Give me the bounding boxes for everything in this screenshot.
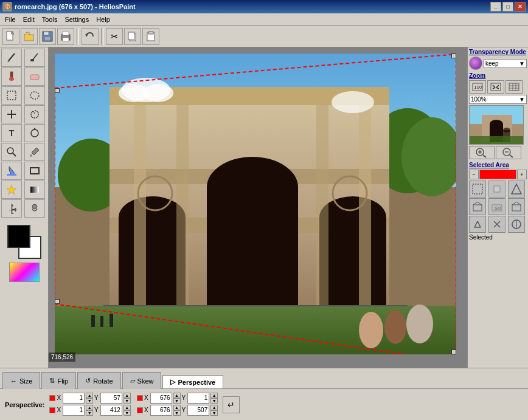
sa-minus-button[interactable]: − — [469, 170, 479, 179]
svg-line-30 — [13, 153, 16, 156]
cut-button[interactable]: ✂ — [106, 28, 123, 45]
y1-spin-down[interactable]: ▼ — [123, 398, 131, 404]
tool-ellipse-select[interactable] — [24, 86, 45, 105]
sa-tool-8[interactable] — [488, 216, 505, 233]
svg-point-85 — [490, 120, 503, 128]
sa-tool-4[interactable] — [469, 198, 486, 215]
x4-spin-down[interactable]: ▼ — [173, 410, 181, 416]
tool-move[interactable]: ↔ — [1, 199, 22, 218]
svg-text:100: 100 — [474, 84, 482, 90]
tab-size[interactable]: ↔ Size — [2, 372, 40, 389]
paste-button[interactable] — [142, 28, 159, 45]
y4-spin-down[interactable]: ▼ — [210, 410, 218, 416]
menu-tools[interactable]: Tools — [38, 15, 61, 24]
x2-input[interactable] — [150, 393, 172, 404]
y3-spin-down[interactable]: ▼ — [123, 410, 131, 416]
zoom-level-dropdown[interactable]: 100% ▼ — [469, 95, 527, 104]
save-button[interactable] — [39, 28, 56, 45]
tool-dropper[interactable] — [24, 143, 45, 161]
maximize-button[interactable]: □ — [502, 2, 513, 12]
y1-spin-up[interactable]: ▲ — [123, 393, 131, 398]
menu-file[interactable]: File — [1, 15, 19, 24]
tool-smudge[interactable] — [24, 199, 45, 218]
corner-handle-tl[interactable] — [55, 88, 60, 93]
y3-spin-up[interactable]: ▲ — [123, 405, 131, 410]
tool-eraser[interactable] — [24, 67, 45, 86]
tool-plus[interactable] — [1, 105, 22, 123]
tool-fill[interactable] — [1, 162, 22, 180]
tool-magnify[interactable] — [1, 143, 22, 161]
y2-spin-down[interactable]: ▼ — [210, 398, 218, 404]
zoom-out-button[interactable] — [496, 146, 521, 159]
close-button[interactable]: ✕ — [515, 2, 526, 12]
sa-tool-7[interactable] — [469, 216, 486, 233]
y2-spin-up[interactable]: ▲ — [210, 393, 218, 398]
tool-transform[interactable] — [24, 124, 45, 142]
keep-dropdown-arrow[interactable]: ▼ — [519, 60, 525, 67]
y1-input[interactable] — [100, 393, 122, 404]
x4-spin-up[interactable]: ▲ — [173, 405, 181, 410]
x2-spin-up[interactable]: ▲ — [173, 393, 181, 398]
sa-tool-1[interactable] — [469, 181, 486, 198]
zoom-fit-button[interactable] — [487, 80, 504, 94]
zoom-grid-button[interactable] — [505, 80, 523, 94]
new-button[interactable] — [2, 28, 19, 45]
sa-tool-3[interactable] — [508, 181, 525, 198]
sa-tool-9[interactable] — [508, 216, 525, 233]
tool-paintbrush[interactable] — [1, 67, 22, 86]
tool-lasso[interactable] — [24, 105, 45, 123]
x4-input[interactable] — [150, 405, 172, 416]
tool-brush[interactable] — [24, 49, 45, 67]
sa-tool-5[interactable]: Sel — [488, 198, 505, 215]
tab-rotate[interactable]: ↺ Rotate — [77, 372, 120, 389]
menu-settings[interactable]: Settings — [61, 15, 92, 24]
corner-handle-bl[interactable] — [55, 299, 60, 304]
tab-flip[interactable]: ⇅ Flip — [41, 372, 76, 389]
svg-point-31 — [30, 154, 32, 157]
zoom-reset-button[interactable]: 100 — [469, 80, 486, 94]
x3-spin-down[interactable]: ▼ — [86, 410, 93, 416]
tool-rectangle[interactable] — [24, 162, 45, 180]
y4-spin-up[interactable]: ▲ — [210, 405, 218, 410]
menu-edit[interactable]: Edit — [19, 15, 38, 24]
svg-point-64 — [359, 312, 383, 348]
print-button[interactable] — [57, 28, 74, 45]
tab-perspective[interactable]: ▷ Perspective — [162, 375, 223, 388]
keep-select[interactable]: keep ▼ — [484, 59, 527, 68]
corner-handle-br[interactable] — [451, 349, 456, 354]
image-canvas[interactable] — [55, 53, 456, 354]
open-button[interactable] — [21, 28, 38, 45]
svg-rect-104 — [512, 205, 521, 211]
svg-rect-97 — [494, 186, 500, 192]
x1-input[interactable] — [63, 393, 85, 404]
tool-pencil[interactable] — [1, 49, 22, 67]
minimize-button[interactable]: _ — [490, 2, 501, 12]
tool-gradient[interactable] — [24, 181, 45, 199]
x2-spin-down[interactable]: ▼ — [173, 398, 181, 404]
x1-spin-up[interactable]: ▲ — [86, 393, 93, 398]
corner-handle-tr[interactable] — [451, 53, 456, 58]
zoom-in-button[interactable] — [469, 146, 495, 159]
x1-spin-down[interactable]: ▼ — [86, 398, 93, 404]
menu-help[interactable]: Help — [92, 15, 114, 24]
transparency-title: Transparency Mode — [469, 49, 527, 55]
tool-rect-select[interactable] — [1, 86, 22, 105]
sa-plus-button[interactable]: + — [517, 170, 527, 179]
svg-line-101 — [478, 202, 482, 205]
undo-button[interactable] — [82, 28, 99, 45]
x3-input[interactable] — [63, 405, 85, 416]
tool-star[interactable] — [1, 181, 22, 199]
gradient-button[interactable] — [9, 263, 40, 282]
y4-input[interactable] — [187, 405, 209, 416]
tab-skew[interactable]: ▱ Skew — [122, 372, 162, 389]
y2-input[interactable] — [187, 393, 209, 404]
copy-button[interactable] — [124, 28, 141, 45]
tool-text[interactable]: T — [1, 124, 22, 142]
y3-input[interactable] — [100, 405, 122, 416]
foreground-color[interactable] — [7, 225, 30, 248]
sa-tool-2[interactable] — [488, 181, 505, 198]
canvas-area[interactable]: 716,526 — [49, 47, 467, 368]
sa-tool-6[interactable] — [508, 198, 525, 215]
enter-button[interactable]: ↵ — [223, 396, 240, 413]
x3-spin-up[interactable]: ▲ — [86, 405, 93, 410]
